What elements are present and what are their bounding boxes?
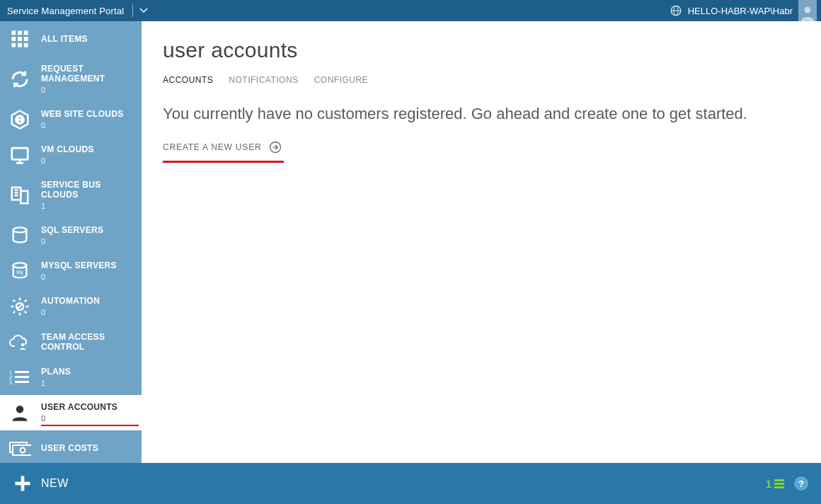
svg-rect-10	[11, 43, 16, 47]
bus-icon	[7, 185, 33, 206]
sidebar-item-count: 0	[41, 86, 134, 95]
sidebar-item-count: 0	[41, 273, 117, 282]
sidebar-item-label: WEB SITE CLOUDS	[41, 109, 124, 119]
help-icon: ?	[798, 479, 804, 489]
svg-rect-17	[12, 148, 28, 159]
svg-text:2: 2	[9, 375, 12, 380]
header-divider	[132, 4, 133, 17]
sidebar-item-count: 0	[41, 121, 124, 130]
tab-configure[interactable]: CONFIGURE	[314, 75, 369, 85]
sidebar-item-count: 0	[41, 308, 100, 317]
sidebar-item-all-items[interactable]: ALL ITEMS	[0, 21, 142, 57]
sidebar-item-label: SQL SERVERS	[41, 225, 103, 235]
svg-rect-12	[24, 43, 28, 47]
sidebar-item-plans[interactable]: 1 2 3 PLANS 1	[0, 360, 142, 395]
sidebar-item-count: 1	[41, 202, 134, 211]
sidebar-item-count: 0	[41, 237, 103, 246]
chevron-down-icon	[139, 6, 149, 16]
svg-rect-35	[15, 381, 29, 383]
sidebar-item-automation[interactable]: AUTOMATION 0	[0, 289, 142, 324]
sidebar-item-count: 1	[41, 379, 71, 388]
sidebar-item-label: REQUEST MANAGEMENT	[41, 64, 134, 84]
header-menu-toggle[interactable]	[139, 6, 149, 16]
cloud-person-icon	[7, 332, 33, 352]
sidebar-item-label: TEAM ACCESS CONTROL	[41, 332, 134, 353]
app-title: Service Management Portal	[0, 6, 124, 16]
page-title: user accounts	[163, 38, 800, 62]
svg-rect-7	[11, 37, 16, 41]
svg-rect-9	[24, 37, 28, 41]
main-content: user accounts ACCOUNTS NOTIFICATIONS CON…	[142, 21, 821, 463]
sidebar-item-user-accounts[interactable]: USER ACCOUNTS 0	[0, 395, 142, 430]
svg-rect-4	[11, 30, 16, 35]
new-button-label: NEW	[41, 477, 69, 490]
header-bar: Service Management Portal HELLO-HABR-WAP…	[0, 0, 821, 21]
svg-point-29	[21, 343, 24, 346]
db-icon	[7, 226, 33, 246]
sidebar: ALL ITEMS REQUEST MANAGEMENT 0	[0, 21, 142, 463]
sidebar-item-request-management[interactable]: REQUEST MANAGEMENT 0	[0, 57, 142, 102]
sidebar-item-count: 0	[41, 414, 117, 423]
svg-point-3	[805, 7, 811, 13]
sidebar-item-label: SERVICE BUS CLOUDS	[41, 180, 134, 200]
help-button[interactable]: ?	[794, 476, 808, 491]
sidebar-item-label: AUTOMATION	[41, 296, 100, 306]
notification-count[interactable]: 1	[766, 478, 784, 490]
sidebar-item-label: USER COSTS	[41, 443, 98, 453]
sidebar-item-mysql-servers[interactable]: My MYSQL SERVERS 0	[0, 253, 142, 289]
svg-rect-5	[18, 30, 22, 35]
person-icon	[7, 403, 33, 423]
sidebar-item-website-clouds[interactable]: WEB SITE CLOUDS 0	[0, 102, 142, 137]
svg-rect-11	[18, 43, 22, 47]
monitor-icon	[7, 144, 33, 166]
new-button[interactable]: NEW	[13, 474, 69, 493]
svg-point-26	[13, 263, 27, 268]
money-icon	[7, 440, 33, 457]
tab-accounts[interactable]: ACCOUNTS	[163, 75, 213, 85]
gear-icon	[7, 296, 33, 317]
svg-rect-6	[24, 30, 28, 35]
cycle-icon	[7, 69, 33, 90]
header-user-area[interactable]: HELLO-HABR-WAP\Habr	[670, 0, 821, 21]
sidebar-item-user-costs[interactable]: USER COSTS	[0, 430, 142, 463]
sidebar-item-label: PLANS	[41, 367, 71, 377]
sidebar-item-label: MYSQL SERVERS	[41, 260, 117, 270]
tab-notifications[interactable]: NOTIFICATIONS	[229, 75, 298, 85]
sidebar-item-vm-clouds[interactable]: VM CLOUDS 0	[0, 137, 142, 173]
globe-hex-icon	[7, 109, 33, 130]
sidebar-item-count: 0	[41, 156, 94, 166]
globe-icon	[670, 4, 682, 17]
bars-icon	[774, 479, 784, 488]
svg-rect-44	[16, 482, 30, 486]
svg-point-36	[16, 406, 24, 413]
svg-rect-39	[13, 445, 31, 455]
avatar[interactable]	[798, 0, 817, 21]
sidebar-item-sql-servers[interactable]: SQL SERVERS 0	[0, 218, 142, 253]
header-user-label: HELLO-HABR-WAP\Habr	[688, 6, 793, 16]
empty-state-message: You currently have no customers register…	[163, 105, 800, 123]
sidebar-item-service-bus[interactable]: SERVICE BUS CLOUDS 1	[0, 173, 142, 218]
sidebar-item-label: ALL ITEMS	[41, 34, 88, 44]
svg-text:My: My	[16, 269, 23, 275]
svg-rect-33	[15, 376, 29, 378]
sidebar-item-label: USER ACCOUNTS	[41, 402, 117, 412]
plus-icon	[13, 474, 33, 493]
svg-rect-21	[21, 191, 28, 204]
notification-count-value: 1	[766, 478, 771, 490]
person-icon	[800, 4, 815, 21]
svg-text:1: 1	[9, 370, 12, 375]
create-new-user-button[interactable]: CREATE A NEW USER	[163, 140, 282, 160]
sidebar-item-label: VM CLOUDS	[41, 144, 94, 154]
svg-rect-8	[18, 37, 22, 41]
tabs: ACCOUNTS NOTIFICATIONS CONFIGURE	[163, 75, 800, 85]
mysql-icon: My	[7, 261, 33, 281]
arrow-right-circle-icon	[268, 140, 282, 154]
svg-text:3: 3	[9, 380, 12, 385]
sidebar-item-team-access[interactable]: TEAM ACCESS CONTROL	[0, 324, 142, 360]
create-new-user-label: CREATE A NEW USER	[163, 142, 261, 152]
grid-icon	[7, 29, 33, 49]
svg-rect-31	[15, 371, 29, 373]
svg-point-25	[13, 227, 27, 232]
list-icon: 1 2 3	[7, 369, 33, 386]
bottom-bar: NEW 1 ?	[0, 463, 821, 504]
